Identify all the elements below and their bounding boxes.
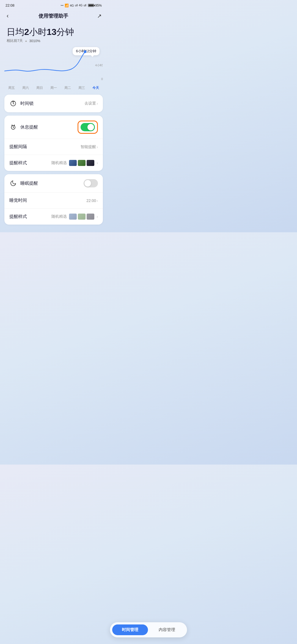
chevron-icon: › xyxy=(97,145,98,149)
header: ‹ 使用管理助手 ↗ xyxy=(0,9,107,24)
chevron-icon: › xyxy=(97,161,98,165)
sleep-style-row[interactable]: 提醒样式 随机精选 › xyxy=(4,209,103,225)
reminder-interval-action[interactable]: 智能提醒 › xyxy=(81,144,98,149)
rest-reminder-card: 休息提醒 提醒间隔 智能提醒 › 提醒样式 随机精选 xyxy=(4,116,103,171)
share-button[interactable]: ↗ xyxy=(97,13,102,19)
time-lock-row[interactable]: 时间锁 去设置 › xyxy=(4,95,103,112)
chart-svg xyxy=(4,48,93,83)
reminder-style-row[interactable]: 提醒样式 随机精选 › xyxy=(4,155,103,171)
style-thumbnails xyxy=(69,160,94,166)
svg-point-3 xyxy=(84,50,86,53)
thumb-2 xyxy=(78,160,86,166)
status-icons: 𝄩 📶 4G ull 4G ull 95% xyxy=(61,4,102,7)
thumb-3 xyxy=(87,160,94,166)
stats-percent: 3010% xyxy=(29,39,40,43)
time-lock-action[interactable]: 去设置 › xyxy=(84,101,98,106)
sleep-reminder-card: 睡眠提醒 睡觉时间 22:00 › 提醒样式 随机精选 › xyxy=(4,174,103,225)
sleep-thumb-2 xyxy=(78,214,86,220)
sleep-style-label: 提醒样式 xyxy=(9,214,51,220)
stats-section: 日均2小时13分钟 相比前7天 ▲ 3010% xyxy=(0,24,107,45)
sleep-reminder-row: 睡眠提醒 xyxy=(4,174,103,193)
time-lock-label: 时间锁 xyxy=(20,101,84,107)
sleep-reminder-icon xyxy=(9,179,17,187)
chart-x-labels: 周五 周六 周日 周一 周二 周三 今天 xyxy=(4,83,103,91)
rest-reminder-toggle[interactable] xyxy=(81,123,95,131)
reminder-style-action[interactable]: 随机精选 › xyxy=(51,160,98,166)
sleep-time-label: 睡觉时间 xyxy=(9,198,86,203)
chevron-icon: › xyxy=(97,101,98,106)
reminder-interval-row[interactable]: 提醒间隔 智能提醒 › xyxy=(4,139,103,155)
status-time: 22:08 xyxy=(6,3,15,7)
trend-arrow: ▲ xyxy=(24,39,28,42)
thumb-1 xyxy=(69,160,77,166)
sleep-thumb-3 xyxy=(87,214,94,220)
battery-percent: 95% xyxy=(95,4,102,7)
sleep-style-thumbnails xyxy=(69,214,94,220)
sleep-reminder-label: 睡眠提醒 xyxy=(20,181,84,186)
page-title: 使用管理助手 xyxy=(38,13,68,19)
sleep-style-action[interactable]: 随机精选 › xyxy=(51,214,98,220)
time-lock-icon xyxy=(9,100,17,107)
stats-sub: 相比前7天 ▲ 3010% xyxy=(7,38,101,43)
time-lock-card: 时间锁 去设置 › xyxy=(4,95,103,112)
chart-section: 6小时12分钟 xyxy=(0,45,107,91)
back-button[interactable]: ‹ xyxy=(6,11,10,21)
cards-section: 时间锁 去设置 › 休息提醒 xyxy=(0,91,107,228)
battery-icon xyxy=(88,4,94,7)
sleep-time-row[interactable]: 睡觉时间 22:00 › xyxy=(4,193,103,209)
chevron-icon: › xyxy=(97,214,98,219)
chart-y-label-4h: 4小时 xyxy=(93,63,103,67)
rest-reminder-icon xyxy=(9,123,17,131)
reminder-style-label: 提醒样式 xyxy=(9,160,51,166)
chart-y-label-0: 0 xyxy=(93,77,103,81)
reminder-interval-label: 提醒间隔 xyxy=(9,144,81,150)
sleep-thumb-1 xyxy=(69,214,77,220)
rest-reminder-row: 休息提醒 xyxy=(4,116,103,139)
sleep-reminder-toggle[interactable] xyxy=(84,179,98,187)
stats-main: 日均2小时13分钟 xyxy=(7,27,101,37)
chevron-icon: › xyxy=(97,198,98,203)
status-bar: 22:08 𝄩 📶 4G ull 4G ull 95% xyxy=(0,0,107,9)
svg-rect-5 xyxy=(12,101,14,102)
sleep-time-action[interactable]: 22:00 › xyxy=(86,198,98,203)
rest-reminder-label: 休息提醒 xyxy=(20,124,78,130)
toggle-highlight-box xyxy=(78,121,98,134)
